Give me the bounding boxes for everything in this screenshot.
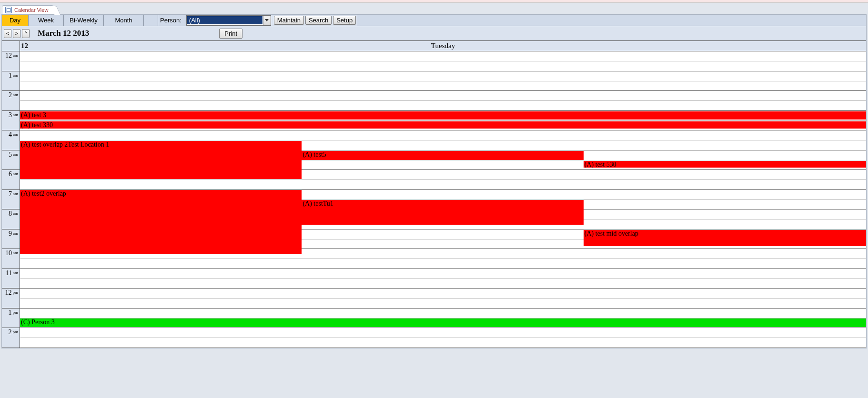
- time-label: 4am: [2, 130, 20, 150]
- calendar-event[interactable]: (C) Person 3: [20, 318, 866, 327]
- calendar-form: Day Week Bi-Weekly Month Person: (All) M…: [1, 14, 867, 348]
- day-header-title: 12 Tuesday: [20, 41, 866, 51]
- time-label: 7am: [2, 190, 20, 209]
- setup-button[interactable]: Setup: [333, 16, 356, 25]
- view-tab-day[interactable]: Day: [2, 15, 29, 26]
- view-tab-week[interactable]: Week: [29, 15, 64, 26]
- time-label: 1am: [2, 71, 20, 91]
- calendar-event[interactable]: (A) test overlap 2Test Location 1: [20, 141, 302, 179]
- time-label: 11am: [2, 269, 20, 289]
- maintain-button[interactable]: Maintain: [274, 16, 304, 25]
- calendar-grid: 12 Tuesday 12am1am2am3am4am5am6am7am8am9…: [2, 40, 866, 348]
- date-title: March 12 2013: [31, 29, 89, 38]
- document-tab-label: Calendar View: [14, 7, 48, 13]
- calendar-event[interactable]: (A) testTu1: [302, 200, 583, 225]
- time-label: 2am: [2, 91, 20, 110]
- day-number: 12: [20, 42, 28, 50]
- time-label: 10am: [2, 249, 20, 269]
- document-tab-calendar-view[interactable]: Calendar View: [2, 5, 55, 14]
- calendar-event[interactable]: (A) test2 overlap: [20, 190, 302, 254]
- calendar-event[interactable]: (A) test mid overlap: [584, 230, 866, 246]
- toolbar-remainder: [357, 15, 866, 26]
- time-label: 6am: [2, 170, 20, 189]
- toolbar-spacer: [144, 15, 158, 26]
- events-layer: (A) test 3(A) test 330(A) test overlap 2…: [20, 51, 866, 348]
- today-button[interactable]: ^: [22, 29, 30, 38]
- time-label: 3am: [2, 111, 20, 130]
- time-label: 9am: [2, 229, 20, 249]
- next-button[interactable]: >: [13, 29, 20, 38]
- view-tab-month[interactable]: Month: [104, 15, 144, 26]
- day-header-gutter: [2, 41, 20, 51]
- person-combobox-dropdown-button[interactable]: [263, 16, 271, 25]
- print-button[interactable]: Print: [219, 29, 242, 39]
- person-combobox[interactable]: (All): [186, 15, 271, 26]
- time-label: 12am: [2, 51, 20, 71]
- time-label: 12pm: [2, 289, 20, 308]
- document-tab-row: Calendar View: [0, 3, 868, 14]
- person-combobox-value: (All): [187, 16, 262, 24]
- calendar-event[interactable]: (A) test 3: [20, 111, 866, 119]
- time-label: 1pm: [2, 308, 20, 328]
- prev-button[interactable]: <: [4, 29, 11, 38]
- day-header: 12 Tuesday: [2, 41, 866, 51]
- chevron-down-icon: [265, 19, 269, 22]
- time-label: 8am: [2, 209, 20, 229]
- time-label: 2pm: [2, 328, 20, 348]
- search-button[interactable]: Search: [305, 16, 332, 25]
- person-label: Person:: [158, 15, 186, 26]
- nav-row: < > ^ March 12 2013 Print: [2, 26, 866, 40]
- calendar-event[interactable]: (A) test 530: [584, 161, 866, 168]
- view-toolbar: Day Week Bi-Weekly Month Person: (All) M…: [2, 15, 866, 26]
- calendar-event[interactable]: (A) test5: [302, 151, 583, 160]
- view-tab-biweekly[interactable]: Bi-Weekly: [64, 15, 104, 26]
- calendar-event[interactable]: (A) test 330: [20, 121, 866, 129]
- form-icon: [5, 7, 12, 13]
- time-label: 5am: [2, 150, 20, 170]
- day-name: Tuesday: [431, 42, 455, 50]
